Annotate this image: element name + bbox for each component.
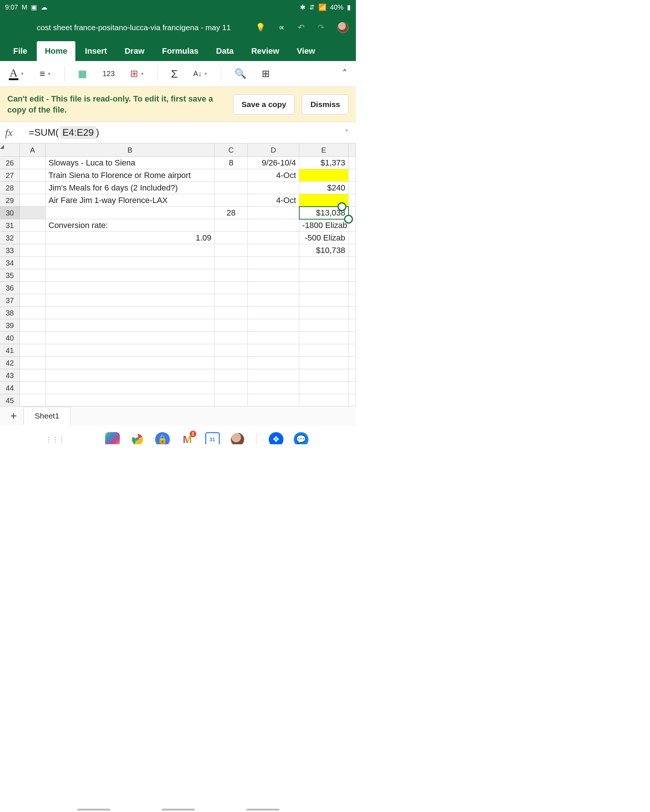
cell[interactable] [248,182,299,194]
cell-styles-button[interactable]: ▦ [76,66,89,82]
cell[interactable] [215,257,248,269]
find-button[interactable]: 🔍 [232,66,249,82]
cell[interactable] [20,382,46,394]
cell[interactable] [248,369,299,382]
cell[interactable] [20,307,46,319]
cell[interactable]: Sloways - Luca to Siena [46,157,215,169]
cell[interactable] [20,369,46,382]
cell[interactable] [248,382,299,394]
cell[interactable] [46,319,215,332]
col-header[interactable]: E [299,143,348,157]
tab-formulas[interactable]: Formulas [154,41,207,61]
cell[interactable] [299,394,348,406]
row-header[interactable]: 30 [0,207,20,219]
cell[interactable] [46,244,215,257]
tab-review[interactable]: Review [243,41,287,61]
cell[interactable]: Conversion rate: [46,219,215,232]
cell[interactable]: $1,373 [299,157,348,169]
dismiss-button[interactable]: Dismiss [302,95,348,114]
cell[interactable] [20,232,46,244]
row-header[interactable]: 39 [0,319,20,332]
row-header[interactable]: 33 [0,244,20,257]
cell[interactable] [248,332,299,344]
row-header[interactable]: 34 [0,257,20,269]
cell[interactable] [46,357,215,369]
cell[interactable] [20,269,46,282]
row-header[interactable]: 40 [0,332,20,344]
align-button[interactable]: ≡▼ [38,66,53,82]
redo-icon[interactable]: ↷ [317,23,324,32]
cell[interactable] [248,257,299,269]
cell[interactable]: -1800 Elizab [299,219,348,232]
formula-content[interactable]: =SUM( E4:E29 ) [29,126,337,139]
col-header[interactable]: D [248,143,299,157]
cell[interactable] [299,382,348,394]
col-header[interactable]: A [20,143,46,157]
row-header[interactable]: 32 [0,232,20,244]
cell[interactable]: $240 [299,182,348,194]
cell[interactable] [20,219,46,232]
cell[interactable] [299,282,348,294]
chrome-icon[interactable] [130,432,145,444]
cell[interactable] [299,169,348,182]
cell[interactable] [299,319,348,332]
document-title[interactable]: cost sheet france-positano-lucca-via fra… [37,23,231,32]
cell[interactable] [20,344,46,357]
lock-icon[interactable]: 🔒 [155,432,170,444]
cell[interactable] [20,194,46,207]
cell[interactable] [215,394,248,406]
tab-insert[interactable]: Insert [77,41,115,61]
cell[interactable] [46,269,215,282]
row-header[interactable]: 36 [0,282,20,294]
cell[interactable] [248,269,299,282]
app-switcher-icon[interactable] [105,432,120,444]
cell[interactable] [248,244,299,257]
cell[interactable]: Train Siena to Florence or Rome airport [46,169,215,182]
tab-file[interactable]: File [5,41,35,61]
row-header[interactable]: 41 [0,344,20,357]
cell[interactable] [248,232,299,244]
row-header[interactable]: 27 [0,169,20,182]
cell[interactable] [299,369,348,382]
cell[interactable] [46,382,215,394]
cell[interactable] [46,344,215,357]
cell[interactable] [46,207,215,219]
cell[interactable] [215,357,248,369]
cell[interactable] [248,282,299,294]
sort-filter-button[interactable]: A↓▼ [191,67,209,80]
cell[interactable] [46,369,215,382]
cell[interactable] [299,332,348,344]
cell[interactable] [248,207,299,219]
cell[interactable] [299,257,348,269]
cell[interactable] [215,344,248,357]
collapse-ribbon-button[interactable]: ˄ [340,66,349,82]
cell[interactable]: 28 [215,207,248,219]
cell[interactable] [20,282,46,294]
cell[interactable] [215,194,248,207]
cell[interactable]: 4-Oct [248,169,299,182]
sheet-tab[interactable]: Sheet1 [23,407,71,425]
cell[interactable] [20,157,46,169]
idea-icon[interactable]: 💡 [255,23,265,32]
cell[interactable] [248,357,299,369]
cell[interactable]: -500 Elizab [299,232,348,244]
row-header[interactable]: 28 [0,182,20,194]
cell[interactable] [299,269,348,282]
row-header[interactable]: 45 [0,394,20,406]
tab-data[interactable]: Data [208,41,242,61]
dropbox-icon[interactable]: ❖ [269,432,284,444]
tab-draw[interactable]: Draw [116,41,153,61]
row-header[interactable]: 26 [0,157,20,169]
cell[interactable] [20,257,46,269]
cell[interactable] [46,257,215,269]
save-copy-button[interactable]: Save a copy [233,95,294,114]
app-drawer-icon[interactable]: ⋮⋮⋮ [48,432,63,444]
row-header[interactable]: 31 [0,219,20,232]
cell[interactable] [20,207,46,219]
share-icon[interactable]: ∝ [279,23,285,32]
row-header[interactable]: 37 [0,294,20,307]
calendar-icon[interactable]: 31 [205,432,220,444]
cell[interactable]: Air Fare Jim 1-way Florence-LAX [46,194,215,207]
cell[interactable] [20,357,46,369]
cell[interactable] [215,382,248,394]
